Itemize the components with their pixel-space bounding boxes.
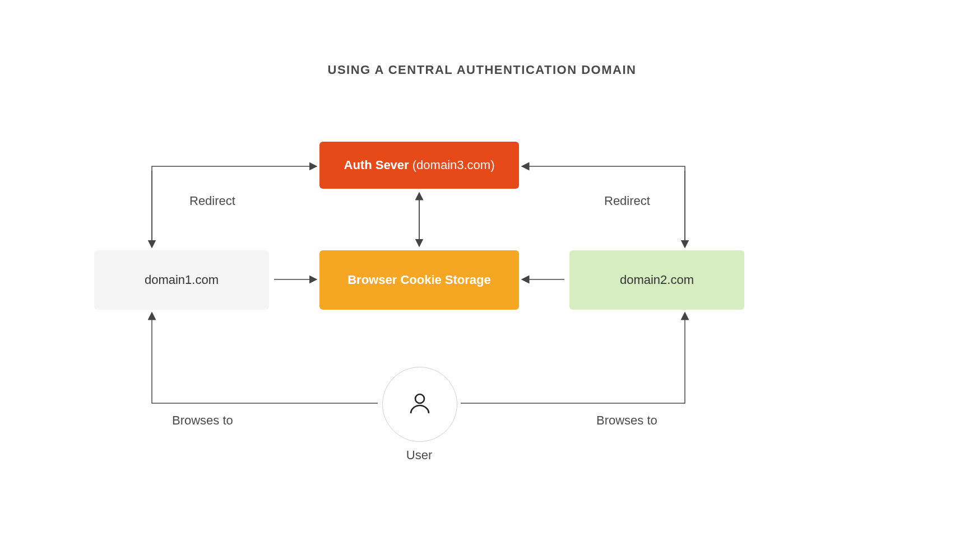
domain1-node: domain1.com (94, 250, 269, 310)
browses-right-label: Browses to (596, 413, 657, 428)
svg-point-0 (415, 394, 424, 403)
diagram-stage: USING A CENTRAL AUTHENTICATION DOMAIN Au… (0, 0, 964, 560)
diagram-title: USING A CENTRAL AUTHENTICATION DOMAIN (0, 63, 964, 77)
browses-left-label: Browses to (172, 413, 233, 428)
auth-server-node: Auth Sever (domain3.com) (319, 142, 519, 189)
redirect-left-label: Redirect (189, 194, 235, 208)
domain2-node: domain2.com (569, 250, 744, 310)
arrow-user-to-domain2 (461, 314, 685, 403)
redirect-right-label: Redirect (604, 194, 650, 208)
user-icon (406, 390, 433, 419)
auth-server-label-bold: Auth Sever (344, 158, 409, 172)
user-label: User (0, 448, 838, 463)
auth-server-label-domain: (domain3.com) (413, 158, 495, 172)
cookie-storage-node: Browser Cookie Storage (319, 250, 519, 310)
arrow-user-to-domain1 (152, 314, 378, 403)
user-node (382, 367, 457, 442)
